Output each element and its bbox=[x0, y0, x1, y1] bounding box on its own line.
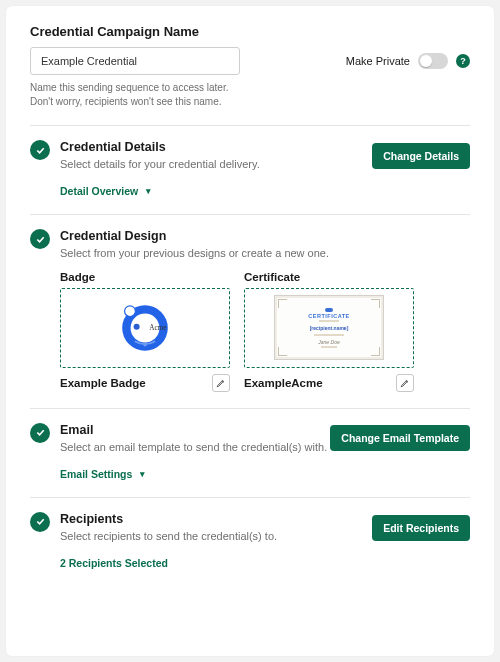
badge-type-label: Badge bbox=[60, 271, 230, 283]
check-icon bbox=[30, 229, 50, 249]
svg-point-3 bbox=[134, 323, 140, 329]
certificate-preview[interactable]: CERTIFICATE [recipient.name] Jane Doe bbox=[244, 288, 414, 368]
recipients-selected-status: 2 Recipients Selected bbox=[60, 557, 168, 569]
make-private-toggle[interactable] bbox=[418, 53, 448, 69]
check-icon bbox=[30, 512, 50, 532]
certificate-name: ExampleAcme bbox=[244, 377, 396, 389]
edit-certificate-button[interactable] bbox=[396, 374, 414, 392]
design-subtitle: Select from your previous designs or cre… bbox=[60, 246, 470, 260]
pencil-icon bbox=[216, 378, 226, 388]
recipients-subtitle: Select recipients to send the credential… bbox=[60, 529, 372, 543]
recipients-count-label: 2 Recipients Selected bbox=[60, 557, 168, 569]
divider bbox=[30, 408, 470, 409]
section-credential-design: Credential Design Select from your previ… bbox=[30, 229, 470, 260]
section-email: Email Select an email template to send t… bbox=[30, 423, 470, 481]
cert-word: CERTIFICATE bbox=[308, 313, 349, 319]
name-row: Make Private ? bbox=[30, 47, 470, 75]
help-icon[interactable]: ? bbox=[456, 54, 470, 68]
divider bbox=[30, 125, 470, 126]
design-title: Credential Design bbox=[60, 229, 470, 243]
certificate-column: Certificate CERTIFICATE [recipient.name]… bbox=[244, 271, 414, 392]
chevron-down-icon: ▾ bbox=[146, 186, 151, 196]
details-title: Credential Details bbox=[60, 140, 372, 154]
campaign-name-helper: Name this sending sequence to access lat… bbox=[30, 81, 250, 109]
change-email-template-button[interactable]: Change Email Template bbox=[330, 425, 470, 451]
divider bbox=[30, 214, 470, 215]
section-credential-details: Credential Details Select details for yo… bbox=[30, 140, 470, 198]
email-title: Email bbox=[60, 423, 330, 437]
svg-text:Acme: Acme bbox=[149, 323, 166, 331]
badge-column: Badge Acme Example Badge bbox=[60, 271, 230, 392]
change-details-button[interactable]: Change Details bbox=[372, 143, 470, 169]
campaign-name-heading: Credential Campaign Name bbox=[30, 24, 470, 39]
badge-preview[interactable]: Acme bbox=[60, 288, 230, 368]
email-subtitle: Select an email template to send the cre… bbox=[60, 440, 330, 454]
pencil-icon bbox=[400, 378, 410, 388]
detail-overview-label: Detail Overview bbox=[60, 185, 138, 197]
certificate-type-label: Certificate bbox=[244, 271, 414, 283]
chevron-down-icon: ▾ bbox=[140, 469, 145, 479]
divider bbox=[30, 497, 470, 498]
svg-point-2 bbox=[125, 305, 136, 316]
badge-name: Example Badge bbox=[60, 377, 212, 389]
check-icon bbox=[30, 140, 50, 160]
check-icon bbox=[30, 423, 50, 443]
campaign-name-input[interactable] bbox=[30, 47, 240, 75]
make-private-label: Make Private bbox=[346, 55, 410, 67]
recipients-title: Recipients bbox=[60, 512, 372, 526]
email-settings-label: Email Settings bbox=[60, 468, 132, 480]
design-previews: Badge Acme Example Badge bbox=[60, 271, 470, 392]
email-settings-toggle[interactable]: Email Settings ▾ bbox=[60, 468, 145, 480]
svg-point-5 bbox=[143, 343, 147, 347]
edit-badge-button[interactable] bbox=[212, 374, 230, 392]
detail-overview-toggle[interactable]: Detail Overview ▾ bbox=[60, 185, 151, 197]
details-subtitle: Select details for your credential deliv… bbox=[60, 157, 372, 171]
badge-icon: Acme bbox=[115, 298, 175, 358]
cert-recipient-placeholder: [recipient.name] bbox=[310, 325, 349, 331]
section-recipients: Recipients Select recipients to send the… bbox=[30, 512, 470, 570]
campaign-card: Credential Campaign Name Make Private ? … bbox=[6, 6, 494, 656]
edit-recipients-button[interactable]: Edit Recipients bbox=[372, 515, 470, 541]
certificate-illustration: CERTIFICATE [recipient.name] Jane Doe bbox=[274, 295, 384, 360]
